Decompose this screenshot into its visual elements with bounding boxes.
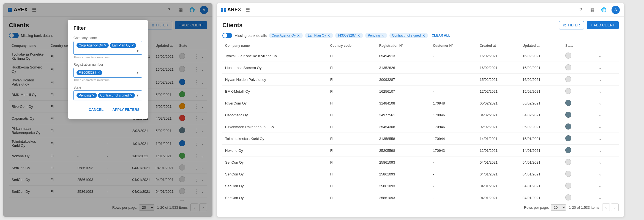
chip-crop-x-right[interactable]: ✕	[297, 34, 300, 37]
row-menu-dots[interactable]: ⋮	[590, 76, 597, 83]
state-field[interactable]: Pending ✕ Contract not signed ✕ ▼	[73, 90, 142, 100]
table-row: Nokone Oy FI 25205598 170943 12/01/2021 …	[222, 145, 619, 156]
row-menu-dots[interactable]: ⋮	[590, 123, 597, 130]
cell-state	[563, 133, 587, 145]
cell-country: FI	[328, 180, 376, 192]
cell-state	[563, 192, 587, 201]
row-expand-chevron[interactable]: ⌄	[599, 160, 602, 164]
chip-crop-close[interactable]: ✕	[104, 43, 107, 47]
row-expand-chevron[interactable]: ⌄	[599, 54, 602, 58]
cell-name: SeriCon Oy	[222, 156, 328, 168]
globe-icon-right[interactable]: 🌐	[600, 6, 608, 14]
cell-reg: 31358558	[376, 133, 430, 145]
filter-modal: Filter Company name Crop Agency Oy ✕ Lam…	[68, 20, 148, 119]
row-expand-chevron[interactable]: ⌄	[599, 101, 602, 105]
prev-page-right[interactable]: ‹	[602, 204, 610, 211]
help-icon-right[interactable]: ?	[577, 6, 585, 14]
cell-created: 05/02/2021	[477, 97, 520, 109]
missing-bank-toggle-right[interactable]	[222, 33, 232, 38]
cancel-button[interactable]: CANCEL	[86, 106, 106, 113]
cell-created: 04/01/2021	[477, 180, 520, 192]
cell-actions: ⋮ ⌄	[588, 156, 619, 168]
apply-filters-button[interactable]: APPLY FILTERS	[110, 106, 142, 113]
row-menu-dots[interactable]: ⋮	[590, 147, 597, 154]
state-dot	[565, 159, 571, 165]
cell-created: 04/01/2021	[477, 156, 520, 168]
row-expand-chevron[interactable]: ⌄	[599, 89, 602, 94]
row-menu-dots[interactable]: ⋮	[590, 100, 597, 107]
chip-lamplan-close[interactable]: ✕	[131, 43, 134, 47]
cell-name: BMK-Metalli Oy	[222, 86, 328, 97]
chip-lamplan-x-right[interactable]: ✕	[327, 34, 330, 37]
hamburger-icon-right[interactable]: ☰	[244, 6, 251, 14]
col-header-customer-right: Customer N°	[430, 42, 477, 50]
state-dot	[565, 194, 571, 200]
row-expand-chevron[interactable]: ⌄	[599, 136, 602, 141]
cell-name: SeriCon Oy	[222, 168, 328, 180]
copy-icon-right[interactable]: ▦	[588, 6, 596, 14]
row-expand-chevron[interactable]: ⌄	[599, 172, 602, 176]
toggle-row-right: Missing bank details Crop Agency Oy ✕ La…	[222, 33, 619, 38]
state-dot	[565, 171, 571, 177]
cell-name: RiverCom Oy	[222, 97, 328, 109]
rows-select-right[interactable]: 2050100	[551, 204, 566, 211]
chip-pending: Pending ✕	[77, 93, 97, 98]
col-header-updated-right: Updated at	[520, 42, 563, 50]
registration-group: Registration number FI30093287 ✕ ▼ Three…	[73, 63, 142, 82]
logo-right: AREX	[221, 7, 241, 13]
row-menu-dots[interactable]: ⋮	[590, 135, 597, 142]
clear-all-button[interactable]: CLEAR ALL	[430, 33, 452, 38]
chip-fi-close[interactable]: ✕	[97, 71, 100, 75]
row-expand-chevron[interactable]: ⌄	[599, 77, 602, 82]
row-menu-dots[interactable]: ⋮	[590, 64, 597, 71]
cell-country: FI	[328, 145, 376, 156]
row-expand-chevron[interactable]: ⌄	[599, 196, 602, 200]
logo-grid-icon-right	[221, 8, 226, 12]
add-client-button-right[interactable]: + ADD CLIENT	[587, 21, 619, 29]
row-menu-dots[interactable]: ⋮	[590, 88, 597, 95]
chip-pending-close[interactable]: ✕	[92, 94, 95, 97]
cell-reg: 25861093	[376, 156, 430, 168]
cell-actions: ⋮ ⌄	[588, 109, 619, 121]
app-name-right: AREX	[227, 7, 241, 13]
left-panel: AREX ☰ ? ▦ 🌐 A Clients ⚖ FILTER + ADD CL…	[3, 3, 212, 217]
cell-customer: 170948	[430, 97, 477, 109]
next-page-right[interactable]: ›	[611, 204, 619, 211]
avatar-right[interactable]: A	[612, 6, 620, 14]
row-menu-dots[interactable]: ⋮	[590, 194, 597, 201]
cell-created: 16/02/2021	[477, 62, 520, 74]
row-actions: ⋮ ⌄	[590, 170, 616, 178]
cell-customer: -	[430, 86, 477, 97]
row-expand-chevron[interactable]: ⌄	[599, 148, 602, 153]
row-expand-chevron[interactable]: ⌄	[599, 184, 602, 188]
filter-button-right[interactable]: ⚖ FILTER	[559, 21, 584, 29]
chip-fi-x-right[interactable]: ✕	[357, 34, 360, 37]
company-name-field[interactable]: Crop Agency Oy ✕ LamPlan Oy ✕ ▼	[73, 41, 142, 55]
state-dot	[565, 112, 571, 118]
row-menu-dots[interactable]: ⋮	[590, 170, 597, 178]
registration-hint: Three characters minimum	[73, 78, 142, 82]
cell-actions: ⋮ ⌄	[588, 86, 619, 97]
chip-contract-close[interactable]: ✕	[130, 94, 133, 97]
cell-actions: ⋮ ⌄	[588, 97, 619, 109]
filter-modal-overlay[interactable]: Filter Company name Crop Agency Oy ✕ Lam…	[3, 3, 212, 217]
cell-reg: 31352826	[376, 62, 430, 74]
cell-actions: ⋮ ⌄	[588, 168, 619, 180]
registration-field[interactable]: FI30093287 ✕ ▼	[73, 68, 142, 78]
row-expand-chevron[interactable]: ⌄	[599, 125, 602, 129]
row-menu-dots[interactable]: ⋮	[590, 159, 597, 166]
cell-created: 04/02/2021	[477, 109, 520, 121]
chip-pending-x-right[interactable]: ✕	[381, 34, 384, 37]
table-row: Pirkanmaan Rakennepurku Oy FI 25454308 1…	[222, 121, 619, 133]
row-actions: ⋮ ⌄	[590, 64, 616, 71]
row-expand-chevron[interactable]: ⌄	[599, 113, 602, 117]
row-expand-chevron[interactable]: ⌄	[599, 65, 602, 70]
cell-updated: 05/02/2021	[520, 121, 563, 133]
state-dot	[565, 53, 571, 59]
chip-crop-agency: Crop Agency Oy ✕	[77, 43, 109, 48]
cell-actions: ⋮ ⌄	[588, 192, 619, 201]
chip-contract-x-right[interactable]: ✕	[422, 34, 425, 37]
row-menu-dots[interactable]: ⋮	[590, 111, 597, 119]
row-menu-dots[interactable]: ⋮	[590, 182, 597, 189]
row-menu-dots[interactable]: ⋮	[590, 52, 597, 59]
